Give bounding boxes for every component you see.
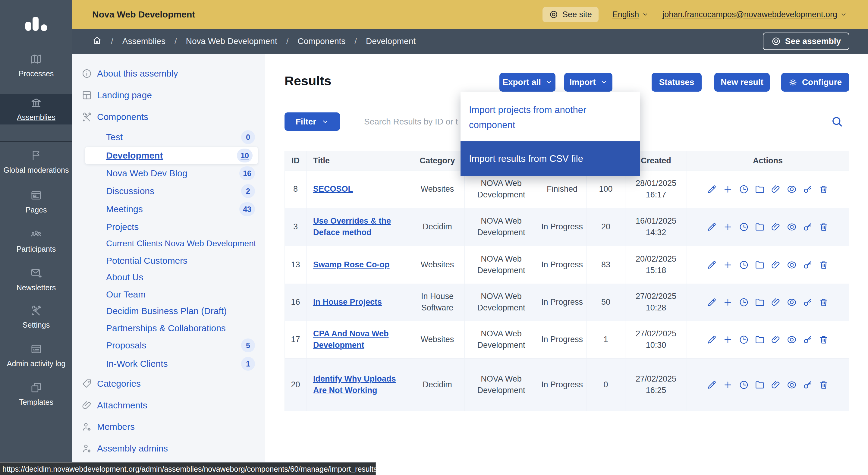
edit-icon[interactable] — [707, 260, 717, 270]
sidebar-item-participants[interactable]: Participants — [0, 223, 72, 259]
sidebar-item-discussions[interactable]: Discussions 2 — [72, 183, 265, 199]
sidebar-item-members[interactable]: Members — [72, 418, 265, 435]
import-button[interactable]: Import — [564, 73, 613, 92]
eye-icon[interactable] — [786, 184, 797, 194]
add-icon[interactable] — [723, 222, 733, 232]
trash-icon[interactable] — [818, 184, 829, 194]
sidebar-item-test[interactable]: Test 0 — [72, 129, 265, 146]
trash-icon[interactable] — [818, 380, 829, 390]
eye-icon[interactable] — [786, 260, 797, 270]
edit-icon[interactable] — [707, 380, 717, 390]
edit-icon[interactable] — [707, 335, 717, 345]
add-icon[interactable] — [723, 260, 733, 270]
result-title-link[interactable]: SECOSOL — [313, 185, 353, 193]
clock-icon[interactable] — [739, 222, 749, 232]
decidim-logo[interactable] — [21, 11, 57, 41]
key-icon[interactable] — [803, 297, 813, 308]
key-icon[interactable] — [803, 380, 813, 390]
breadcrumb-development[interactable]: Development — [366, 36, 415, 46]
paperclip-icon[interactable] — [771, 260, 781, 270]
paperclip-icon[interactable] — [771, 380, 781, 390]
breadcrumb-assembly[interactable]: Nova Web Development — [186, 36, 277, 46]
eye-icon[interactable] — [786, 380, 797, 390]
add-icon[interactable] — [723, 335, 733, 345]
result-title-link[interactable]: Identify Why Uploads Are Not Working — [313, 374, 396, 395]
trash-icon[interactable] — [818, 297, 829, 308]
sidebar-item-about-assembly[interactable]: About this assembly — [72, 65, 265, 82]
sidebar-item-proposals[interactable]: Proposals 5 — [72, 337, 265, 354]
folder-icon[interactable] — [755, 260, 765, 270]
see-assembly-button[interactable]: See assembly — [763, 33, 849, 50]
clock-icon[interactable] — [739, 184, 749, 194]
sidebar-item-projects[interactable]: Projects — [72, 219, 265, 235]
sidebar-item-admin-activity-log[interactable]: Admin activity log — [0, 338, 72, 373]
configure-button[interactable]: Configure — [781, 73, 849, 92]
sidebar-item-about-us[interactable]: About Us — [72, 269, 265, 286]
paperclip-icon[interactable] — [771, 297, 781, 308]
eye-icon[interactable] — [786, 335, 797, 345]
see-site-button[interactable]: See site — [542, 7, 598, 22]
breadcrumb-components[interactable]: Components — [298, 36, 345, 46]
trash-icon[interactable] — [818, 335, 829, 345]
sidebar-item-in-work-clients[interactable]: In-Work Clients 1 — [72, 355, 265, 372]
key-icon[interactable] — [803, 335, 813, 345]
export-all-button[interactable]: Export all — [499, 73, 555, 92]
sidebar-item-partnerships[interactable]: Partnerships & Collaborations — [72, 320, 265, 337]
sidebar-item-nova-web-dev-blog[interactable]: Nova Web Dev Blog 16 — [72, 165, 265, 182]
folder-icon[interactable] — [755, 380, 765, 390]
sidebar-item-attachments[interactable]: Attachments — [72, 397, 265, 414]
add-icon[interactable] — [723, 297, 733, 308]
key-icon[interactable] — [803, 222, 813, 232]
edit-icon[interactable] — [707, 222, 717, 232]
eye-icon[interactable] — [786, 222, 797, 232]
sidebar-item-development[interactable]: Development 10 — [85, 147, 258, 164]
folder-icon[interactable] — [755, 184, 765, 194]
sidebar-item-newsletters[interactable]: Newsletters — [0, 262, 72, 297]
folder-icon[interactable] — [755, 222, 765, 232]
breadcrumb-assemblies[interactable]: Assemblies — [122, 36, 165, 46]
sidebar-item-components[interactable]: Components — [72, 108, 265, 125]
search-icon[interactable] — [831, 115, 843, 128]
new-result-button[interactable]: New result — [714, 73, 770, 92]
trash-icon[interactable] — [818, 222, 829, 232]
result-title-link[interactable]: Swamp Rose Co-op — [313, 260, 390, 269]
paperclip-icon[interactable] — [771, 335, 781, 345]
result-title-link[interactable]: CPA And Nova Web Development — [313, 329, 389, 350]
trash-icon[interactable] — [818, 260, 829, 270]
language-menu[interactable]: English — [613, 10, 649, 19]
search-input[interactable] — [364, 113, 460, 131]
statuses-button[interactable]: Statuses — [652, 73, 702, 92]
result-title-link[interactable]: In House Projects — [313, 297, 382, 307]
sidebar-item-pages[interactable]: Pages — [0, 184, 72, 219]
clock-icon[interactable] — [739, 380, 749, 390]
result-title-link[interactable]: Use Overrides & the Deface method — [313, 216, 391, 237]
sidebar-item-assemblies[interactable]: Assemblies — [0, 94, 72, 124]
sidebar-item-potential-customers[interactable]: Potential Customers — [72, 252, 265, 269]
folder-icon[interactable] — [755, 335, 765, 345]
clock-icon[interactable] — [739, 260, 749, 270]
add-icon[interactable] — [723, 184, 733, 194]
sidebar-item-landing-page[interactable]: Landing page — [72, 87, 265, 104]
key-icon[interactable] — [803, 260, 813, 270]
home-icon[interactable] — [92, 36, 102, 47]
clock-icon[interactable] — [739, 335, 749, 345]
edit-icon[interactable] — [707, 184, 717, 194]
sidebar-item-settings[interactable]: Settings — [0, 299, 72, 335]
sidebar-item-global-moderations[interactable]: Global moderations — [0, 144, 72, 180]
key-icon[interactable] — [803, 184, 813, 194]
sidebar-item-decidim-business-plan[interactable]: Decidim Business Plan (Draft) — [72, 303, 265, 319]
sidebar-item-assembly-admins[interactable]: Assembly admins — [72, 440, 265, 457]
user-menu[interactable]: johan.francocampos@novawebdevelopment.or… — [662, 10, 847, 19]
edit-icon[interactable] — [707, 297, 717, 308]
sidebar-item-current-clients[interactable]: Current Clients Nova Web Development — [72, 235, 265, 252]
eye-icon[interactable] — [786, 297, 797, 308]
menu-item-import-csv[interactable]: Import results from CSV file — [461, 141, 640, 176]
add-icon[interactable] — [723, 380, 733, 390]
sidebar-item-our-team[interactable]: Our Team — [72, 286, 265, 303]
sidebar-item-categories[interactable]: Categories — [72, 375, 265, 392]
paperclip-icon[interactable] — [771, 184, 781, 194]
menu-item-import-projects[interactable]: Import projects from another component — [461, 92, 640, 133]
sidebar-item-meetings[interactable]: Meetings 43 — [72, 201, 265, 218]
paperclip-icon[interactable] — [771, 222, 781, 232]
sidebar-item-processes[interactable]: Processes — [0, 48, 72, 83]
